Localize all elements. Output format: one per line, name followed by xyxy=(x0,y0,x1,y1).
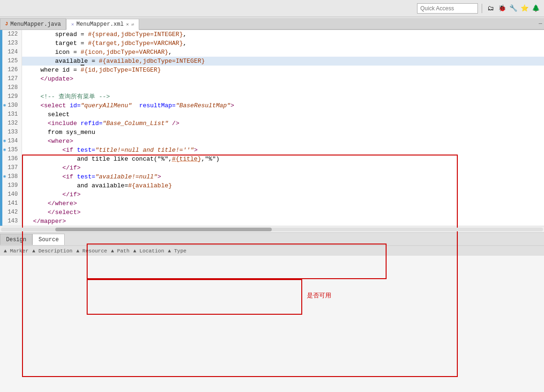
line-number: 141 xyxy=(2,199,22,208)
tab-bar-empty: — xyxy=(139,18,544,30)
tab-java[interactable]: J MenuMapper.java xyxy=(0,18,66,30)
scrollbar-thumb[interactable] xyxy=(55,228,272,231)
quick-access-input[interactable] xyxy=(417,3,478,14)
toolbar-icon-3[interactable]: 🔧 xyxy=(508,4,518,13)
toolbar: 🗂 🐞 🔧 ⭐ 🌲 xyxy=(0,0,544,17)
editor-tab-bar: J MenuMapper.java ✕ MenuMapper.xml ✕ ⇌ — xyxy=(0,17,544,30)
toolbar-icon-5[interactable]: 🌲 xyxy=(531,4,540,13)
toolbar-icon-2[interactable]: 🐞 xyxy=(497,4,507,13)
table-row: 128 xyxy=(2,83,544,92)
line-number: 138◉ xyxy=(2,172,22,181)
line-content: </mapper> xyxy=(22,217,66,226)
line-number: 124 xyxy=(2,48,22,57)
line-number: 135◉ xyxy=(2,146,22,155)
table-row: 131 select xyxy=(2,110,544,119)
line-content: </update> xyxy=(22,74,73,83)
line-number: 126 xyxy=(2,66,22,74)
table-row: 138◉ <if test="available!=null"> xyxy=(2,172,544,181)
table-row: 134◉ <where> xyxy=(2,137,544,146)
table-row: 123 target = #{target,jdbcType=VARCHAR}, xyxy=(2,39,544,48)
tab-design-label: Design xyxy=(6,237,26,243)
tab-minimize[interactable]: — xyxy=(539,18,544,30)
line-content: </if> xyxy=(22,190,81,199)
line-content: <!-- 查询所有菜单 --> xyxy=(22,92,110,101)
line-content: and title like concat("%",#{title},"%") xyxy=(22,155,220,163)
status-bar: ▲ Marker ▲ Description ▲ Resource ▲ Path… xyxy=(0,245,544,256)
tab-java-label: MenuMapper.java xyxy=(10,21,61,28)
toolbar-icon-1[interactable]: 🗂 xyxy=(486,4,495,13)
tab-xml[interactable]: ✕ MenuMapper.xml ✕ ⇌ xyxy=(66,19,139,30)
line-content: <if test="title!=null and title!=''"> xyxy=(22,146,198,155)
table-row: 122 spread = #{spread,jdbcType=INTEGER}, xyxy=(2,30,544,39)
inner-annotation-box-2 xyxy=(87,279,302,315)
line-number: 136 xyxy=(2,155,22,163)
line-content: <if test="available!=null"> xyxy=(22,172,161,181)
table-row: 124 icon = #{icon,jdbcType=VARCHAR}, xyxy=(2,48,544,57)
table-row: 133 from sys_menu xyxy=(2,128,544,137)
table-row: 132 <include refid="Base_Column_List" /> xyxy=(2,119,544,128)
line-content: spread = #{spread,jdbcType=INTEGER}, xyxy=(22,30,186,39)
line-content: available = #{available,jdbcType=INTEGER… xyxy=(22,57,205,66)
line-number: 133 xyxy=(2,128,22,137)
toolbar-icon-4[interactable]: ⭐ xyxy=(520,4,529,13)
line-number: 131 xyxy=(2,110,22,119)
line-content: <select id="queryAllMenu" resultMap="Bas… xyxy=(22,101,234,110)
status-info-6: ▲ Type xyxy=(168,248,186,254)
tab-source-label: Source xyxy=(38,237,59,243)
line-content: where id = #{id,jdbcType=INTEGER} xyxy=(22,66,161,74)
tab-xml-close[interactable]: ✕ xyxy=(126,22,129,27)
code-content[interactable]: 122 spread = #{spread,jdbcType=INTEGER},… xyxy=(2,30,544,226)
line-content: <where> xyxy=(22,137,73,146)
line-number: 125 xyxy=(2,57,22,66)
table-row: 140 </if> xyxy=(2,190,544,199)
editor-area: 122 spread = #{spread,jdbcType=INTEGER},… xyxy=(0,30,544,226)
table-row: 142 </select> xyxy=(2,208,544,217)
status-info-4: ▲ Path xyxy=(111,248,130,254)
table-row: 135◉ <if test="title!=null and title!=''… xyxy=(2,146,544,155)
table-row: 143 </mapper> xyxy=(2,217,544,226)
status-info-3: ▲ Resource xyxy=(76,248,107,254)
line-content: <include refid="Base_Column_List" /> xyxy=(22,119,179,128)
line-content: </select> xyxy=(22,208,81,217)
status-info-1: ▲ Marker xyxy=(4,248,29,254)
table-row: 125 available = #{available,jdbcType=INT… xyxy=(2,57,544,66)
line-number: 142 xyxy=(2,208,22,217)
tab-xml-sync: ⇌ xyxy=(131,22,134,27)
bottom-tab-bar: Design Source xyxy=(0,232,544,245)
line-number: 129 xyxy=(2,92,22,101)
annotation-label: 是否可用 xyxy=(307,291,331,300)
line-number: 137 xyxy=(2,163,22,172)
line-number: 134◉ xyxy=(2,137,22,146)
status-info-5: ▲ Location xyxy=(133,248,164,254)
table-row: 127 </update> xyxy=(2,74,544,83)
tab-design[interactable]: Design xyxy=(0,234,32,245)
table-row: 130◉ <select id="queryAllMenu" resultMap… xyxy=(2,101,544,110)
line-content xyxy=(22,83,30,92)
line-number: 140 xyxy=(2,190,22,199)
line-number: 139 xyxy=(2,181,22,190)
java-icon: J xyxy=(5,22,8,27)
scrollbar-track[interactable] xyxy=(1,228,543,231)
line-content: and available=#{available} xyxy=(22,181,172,190)
toolbar-divider xyxy=(482,4,482,13)
xml-icon: ✕ xyxy=(71,22,74,27)
table-row: 141 </where> xyxy=(2,199,544,208)
horizontal-scrollbar[interactable] xyxy=(0,226,544,232)
line-number: 130◉ xyxy=(2,101,22,110)
line-content: icon = #{icon,jdbcType=VARCHAR}, xyxy=(22,48,172,57)
table-row: 129 <!-- 查询所有菜单 --> xyxy=(2,92,544,101)
line-content: </where> xyxy=(22,199,77,208)
line-number: 132 xyxy=(2,119,22,128)
line-content: from sys_menu xyxy=(22,128,95,137)
line-number: 143 xyxy=(2,217,22,226)
line-content: </if> xyxy=(22,163,81,172)
line-number: 127 xyxy=(2,74,22,83)
tab-xml-label: MenuMapper.xml xyxy=(76,21,124,28)
line-content: target = #{target,jdbcType=VARCHAR}, xyxy=(22,39,186,48)
line-number: 123 xyxy=(2,39,22,48)
table-row: 136 and title like concat("%",#{title},"… xyxy=(2,155,544,163)
table-row: 139 and available=#{available} xyxy=(2,181,544,190)
table-row: 137 </if> xyxy=(2,163,544,172)
status-info-2: ▲ Description xyxy=(32,248,73,254)
tab-source[interactable]: Source xyxy=(32,234,65,245)
